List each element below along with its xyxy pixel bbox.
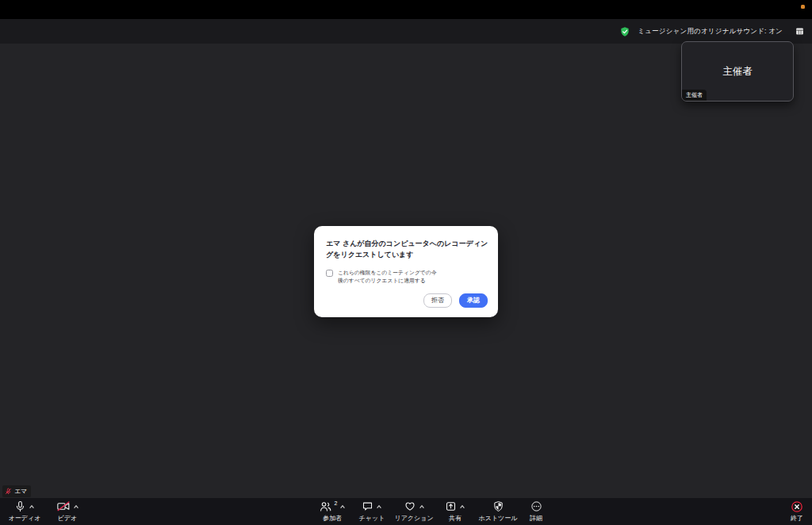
self-name-label: エマ	[14, 487, 27, 496]
decline-button[interactable]: 拒否	[423, 293, 452, 308]
apply-permissions-checkbox[interactable]	[326, 270, 333, 277]
end-meeting-button[interactable]: 終了	[791, 500, 803, 523]
share-screen-button[interactable]: 共有	[439, 500, 472, 523]
share-button-label: 共有	[449, 514, 462, 523]
video-options-chevron-icon[interactable]	[73, 504, 79, 510]
apply-permissions-label: これらの権限をこのミーティングでの今後のすべてのリクエストに適用する	[338, 269, 439, 285]
chat-button[interactable]: チャット	[354, 500, 389, 523]
toolbar-right-group: 終了	[791, 500, 803, 523]
participants-button[interactable]: 2 参加者	[314, 500, 350, 523]
participants-button-label: 参加者	[323, 514, 342, 523]
video-camera-off-icon	[56, 500, 71, 512]
chat-chevron-icon[interactable]	[376, 504, 382, 510]
approve-button[interactable]: 承認	[459, 293, 488, 308]
more-ellipsis-icon	[530, 500, 542, 512]
participants-icon	[319, 500, 332, 512]
security-shield-icon	[619, 26, 630, 37]
view-layout-icon[interactable]	[795, 26, 805, 36]
self-name-chip: エマ	[2, 485, 31, 497]
audio-options-chevron-icon[interactable]	[29, 504, 35, 510]
more-button-label: 詳細	[530, 514, 542, 523]
heart-reaction-icon	[404, 500, 416, 512]
video-button[interactable]: ビデオ	[49, 500, 86, 523]
share-screen-icon	[445, 500, 457, 512]
reactions-chevron-icon[interactable]	[419, 504, 425, 510]
end-button-label: 終了	[791, 514, 803, 523]
host-tools-button-label: ホストツール	[479, 514, 518, 523]
muted-mic-icon	[5, 488, 12, 495]
dialog-buttons: 拒否 承認	[423, 293, 488, 308]
recording-indicator-dot	[801, 5, 805, 9]
toolbar-center-group: 2 参加者 チャッ	[314, 500, 548, 523]
apply-permissions-row: これらの権限をこのミーティングでの今後のすべてのリクエストに適用する	[326, 269, 487, 285]
toolbar-left-group: オーディオ ビデオ	[6, 500, 86, 523]
end-meeting-icon	[791, 500, 803, 513]
meeting-toolbar: オーディオ ビデオ	[0, 498, 812, 525]
chat-bubble-icon	[362, 500, 373, 512]
host-tools-shield-icon	[492, 500, 504, 512]
recording-request-dialog: エマ さんが自分のコンピュータへのレコーディングをリクエストしています これらの…	[314, 226, 498, 317]
host-tools-button[interactable]: ホストツール	[476, 500, 520, 523]
dialog-title: エマ さんが自分のコンピュータへのレコーディングをリクエストしています	[326, 238, 491, 261]
host-name-badge: 主催者	[682, 90, 707, 101]
reactions-button-label: リアクション	[394, 514, 433, 523]
meeting-header-bar: ミュージシャン用のオリジナルサウンド: オン	[0, 19, 812, 44]
participants-chevron-icon[interactable]	[339, 504, 346, 510]
audio-button[interactable]: オーディオ	[6, 500, 43, 523]
host-video-tile[interactable]: 主催者 主催者	[681, 41, 794, 102]
audio-button-label: オーディオ	[9, 514, 41, 523]
zoom-meeting-window: ミュージシャン用のオリジナルサウンド: オン 主催者 主催者 エマ エマ	[0, 0, 812, 525]
microphone-icon	[14, 500, 26, 512]
top-black-strip	[0, 0, 812, 19]
more-button[interactable]: 詳細	[524, 500, 548, 523]
participants-count: 2	[335, 500, 338, 506]
reactions-button[interactable]: リアクション	[393, 500, 435, 523]
video-button-label: ビデオ	[58, 514, 78, 523]
share-chevron-icon[interactable]	[459, 504, 465, 510]
original-sound-status[interactable]: ミュージシャン用のオリジナルサウンド: オン	[638, 27, 783, 36]
chat-button-label: チャット	[359, 514, 385, 523]
